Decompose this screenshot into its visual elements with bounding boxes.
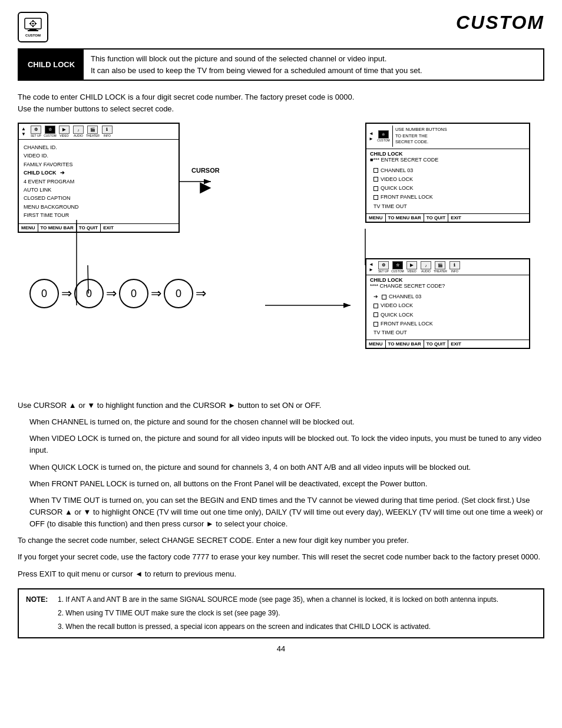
page-title: CUSTOM [456,12,544,34]
child-lock-arrow: ➔ [60,169,65,177]
menu-bar-left: MENU TO MENU BAR TO QUIT EXIT [19,223,178,232]
arrow-2: ⇒ [106,286,117,301]
tv-timeout-option-bottom: TV TIME OUT [373,328,525,337]
info-tab-b: ℹ INFO [448,261,461,273]
quick-lock-checkbox [373,186,378,191]
tv-header-right-bottom: ◄ ► ⚙ SET UP ☆ CUSTOM ▶ VIDEO ♪ AUD [366,259,529,275]
svg-rect-5 [32,20,34,22]
svg-rect-1 [29,29,37,30]
menu-item-first-time: FIRST TIME TOUR [24,211,174,219]
custom-tab-right: ☆ CUSTOM [377,130,390,142]
channel-03-option-b: ➔ CHANNEL 03 [373,292,525,301]
channel-03-checkbox-b [382,295,386,299]
tv-screen-left: ▲ ▼ ⚙ SET UP ☆ CUSTOM ▶ VIDEO ♪ AUD [18,123,180,233]
use-number-note: USE NUMBER BUTTONSTO ENTER THESECRET COD… [392,126,527,147]
note-items: 1. If ANT A and ANT B are in the same SI… [58,594,498,633]
svg-rect-2 [28,30,38,31]
page-number: 44 [18,644,544,653]
menu-item-channel-id: CHANNEL ID. [24,143,174,151]
arrow-3: ⇒ [151,286,161,301]
child-lock-title-right-top: CHILD LOCK [366,149,529,157]
svg-rect-7 [29,23,31,24]
note-1: 1. If ANT A and ANT B are in the same SI… [58,594,498,605]
channel-03-option: CHANNEL 03 [373,166,525,175]
video-tab-b: ▶ VIDEO [405,261,418,273]
text-section: Use CURSOR ▲ or ▼ to highlight function … [18,400,544,580]
video-lock-option-b: VIDEO LOCK [373,301,525,310]
para-channel: When CHANNEL is turned on, the picture a… [29,416,544,428]
selection-arrow: ➔ [373,292,378,301]
svg-rect-6 [32,25,34,27]
tv-timeout-option-top: TV TIME OUT [373,202,525,211]
diagram-area: ▲ ▼ ⚙ SET UP ☆ CUSTOM ▶ VIDEO ♪ AUD [18,123,530,394]
child-lock-title-bottom: CHILD LOCK [366,275,529,283]
menu-bar-right-top: MENU TO MENU BAR TO QUIT EXIT [366,213,529,222]
lock-options-top: CHANNEL 03 VIDEO LOCK QUICK LOCK FRONT P… [366,165,529,213]
tv-screen-right-top: ◄ ► ☆ CUSTOM USE NUMBER BUTTONSTO ENTER … [365,123,530,223]
para-tv-timeout: When TV TIME OUT is turned on, you can s… [29,495,544,530]
front-panel-checkbox-b [373,322,378,327]
cursor-arrow: ► [191,176,220,198]
info-tab: ℹ INFO [101,126,114,137]
bottom-note-box: NOTE: 1. If ANT A and ANT B are in the s… [18,588,544,639]
menu-bar-right-bottom: MENU TO MENU BAR TO QUIT EXIT [366,340,529,348]
tv-menu-body-left: CHANNEL ID. VIDEO ID. FAMILY FAVORITES C… [19,140,178,223]
front-panel-lock-option: FRONT PANEL LOCK [373,193,525,202]
note-label: NOTE: [26,594,53,605]
front-panel-lock-option-b: FRONT PANEL LOCK [373,319,525,328]
code-digit-1: 0 [29,279,59,308]
custom-icon: CUSTOM [18,12,48,42]
theater-tab-b: 🎬 THEATER [434,261,447,273]
theater-tab: 🎬 THEATER [86,126,100,137]
menu-item-video-id: VIDEO ID. [24,151,174,160]
para-video-lock: When VIDEO LOCK is turned on, the pictur… [29,433,544,456]
setup-tab: ⚙ SET UP [29,126,42,137]
para-quick-lock: When QUICK LOCK is turned on, the pictur… [29,462,544,473]
custom-tab-b: ☆ CUSTOM [391,261,404,273]
menu-item-auto-link: AUTO LINK [24,186,174,194]
change-secret-code: **** CHANGE SECRET CODE? [366,283,529,291]
custom-tab-active: ☆ CUSTOM [44,126,57,137]
arrow-4: ⇒ [196,286,206,301]
svg-point-4 [32,23,34,25]
para-change-code: To change the secret code number, select… [18,535,544,546]
tv-header-left: ▲ ▼ ⚙ SET UP ☆ CUSTOM ▶ VIDEO ♪ AUD [19,124,178,140]
code-digit-2: 0 [74,279,104,308]
nav-arrows-left: ▲ ▼ [21,126,26,137]
child-lock-description-box: CHILD LOCK This function will block out … [18,48,544,81]
audio-tab-b: ♪ AUDIO [419,261,432,273]
enter-secret-code: ■*** ENTER SECRET CODE [366,157,529,165]
menu-item-child-lock: CHILD LOCK ➔ [24,169,174,177]
child-lock-description: This function will block out the picture… [84,50,429,80]
icon-tabs-left: ⚙ SET UP ☆ CUSTOM ▶ VIDEO ♪ AUDIO 🎬 T [29,126,114,137]
arrow-1: ⇒ [61,286,72,301]
icon-tabs-right-bottom: ⚙ SET UP ☆ CUSTOM ▶ VIDEO ♪ AUDIO 🎬 T [377,261,461,273]
menu-item-closed-caption: CLOSED CAPTION [24,194,174,202]
note-2: 2. When using TV TIME OUT make sure the … [58,608,498,619]
child-lock-label: CHILD LOCK [19,50,84,80]
code-digit-3: 0 [119,279,148,308]
tv-header-right-top: ◄ ► ☆ CUSTOM USE NUMBER BUTTONSTO ENTER … [366,124,529,149]
intro-text: The code to enter CHILD LOCK is a four d… [18,91,544,114]
code-digit-4: 0 [164,279,193,308]
cursor-label-text: CURSOR [191,167,220,174]
front-panel-checkbox [373,195,378,200]
menu-item-4event: 4 EVENT PROGRAM [24,177,174,186]
menu-item-family-fav: FAMILY FAVORITES [24,160,174,169]
para-cursor: Use CURSOR ▲ or ▼ to highlight function … [18,400,544,411]
setup-tab-b: ⚙ SET UP [377,261,390,273]
quick-lock-option: QUICK LOCK [373,184,525,193]
svg-rect-8 [35,23,37,24]
para-front-panel: When FRONT PANEL LOCK is turned on, all … [29,478,544,490]
menu-item-menu-bg: MENU BACKGROUND [24,203,174,211]
video-lock-option: VIDEO LOCK [373,175,525,184]
audio-tab: ♪ AUDIO [72,126,85,137]
quick-lock-checkbox-b [373,312,378,317]
video-tab: ▶ VIDEO [58,126,71,137]
cursor-indicator: CURSOR ► [191,167,220,198]
note-3: 3. When the recall button is pressed, a … [58,621,498,633]
video-lock-checkbox [373,177,378,182]
channel-03-checkbox [373,168,378,173]
custom-icon-label: CUSTOM [25,34,41,37]
video-lock-checkbox-b [373,304,378,308]
